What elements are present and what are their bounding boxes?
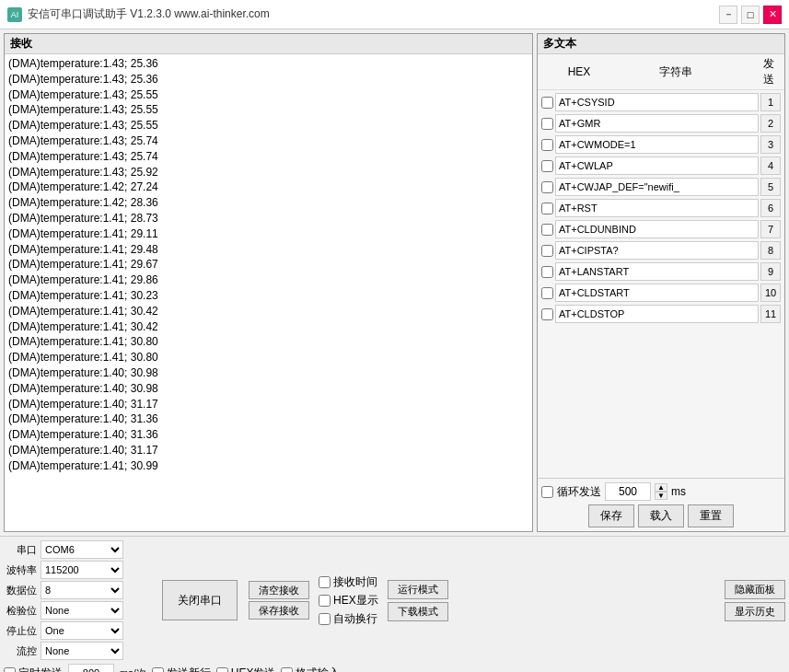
bottom-row2: 定时发送 800 ms/次 发送新行 HEX发送 格式输入 [4, 664, 785, 672]
loop-decrement[interactable]: ▼ [655, 492, 667, 500]
multi-cmd-input-8[interactable] [555, 241, 759, 260]
minimize-button[interactable]: － [719, 6, 737, 24]
reset-multi-button[interactable]: 重置 [688, 504, 734, 527]
app-icon: AI [7, 7, 22, 22]
close-button[interactable]: ✕ [763, 6, 782, 24]
multi-cmd-input-10[interactable] [555, 284, 759, 302]
title-controls: － □ ✕ [719, 6, 782, 24]
multi-row: 6 [540, 198, 783, 218]
auto-newline-label: 自动换行 [333, 611, 377, 627]
recv-time-checkbox[interactable] [319, 576, 331, 588]
multi-row-checkbox-9[interactable] [541, 266, 553, 278]
multi-row-checkbox-5[interactable] [541, 181, 553, 193]
multi-cmd-input-2[interactable] [555, 114, 759, 133]
multi-row-checkbox-3[interactable] [541, 139, 553, 151]
multi-send-num-6[interactable]: 6 [760, 199, 781, 217]
hex-display-checkbox[interactable] [319, 595, 331, 607]
receive-panel: 接收 (DMA)temperature:1.43; 25.36(DMA)temp… [4, 33, 533, 532]
multi-row: 8 [540, 240, 783, 261]
maximize-button[interactable]: □ [741, 6, 760, 24]
multi-send-num-8[interactable]: 8 [760, 241, 781, 260]
multi-row-checkbox-8[interactable] [541, 245, 553, 257]
hex-send-checkbox[interactable] [216, 667, 228, 673]
multi-cmd-input-3[interactable] [555, 135, 759, 154]
save-multi-button[interactable]: 保存 [588, 504, 634, 527]
multi-send-num-1[interactable]: 1 [760, 93, 781, 111]
multi-send-num-3[interactable]: 3 [760, 135, 781, 154]
footer-buttons: 保存 载入 重置 [541, 504, 781, 527]
stopbits-label: 停止位 [4, 624, 37, 638]
show-history-button[interactable]: 显示历史 [725, 602, 785, 621]
newline-checkbox[interactable] [152, 667, 164, 673]
bottom-panel: 串口 COM1COM2COM3COM4COM5COM6 波特率 96001920… [0, 536, 789, 672]
parity-label: 检验位 [4, 604, 37, 618]
multi-send-num-4[interactable]: 4 [760, 156, 781, 175]
hide-panel-button[interactable]: 隐藏面板 [725, 580, 785, 599]
port-select[interactable]: COM1COM2COM3COM4COM5COM6 [41, 540, 123, 559]
open-port-button[interactable]: 关闭串口 [162, 580, 238, 620]
multi-row-checkbox-7[interactable] [541, 224, 553, 236]
multi-send-num-11[interactable]: 11 [760, 305, 781, 323]
newline-label: 发送新行 [167, 666, 211, 673]
multi-cmd-input-6[interactable] [555, 199, 759, 217]
loop-interval-input[interactable]: 500 [605, 482, 651, 501]
timed-send-label: 定时发送 [18, 666, 63, 673]
charstr-col-label: 字符串 [597, 64, 755, 80]
loop-ms-label: ms [671, 485, 686, 498]
multi-row-checkbox-1[interactable] [541, 97, 553, 109]
multi-send-num-10[interactable]: 10 [760, 284, 781, 302]
baud-label: 波特率 [4, 563, 37, 577]
clear-recv-button[interactable]: 清空接收 [249, 581, 309, 599]
parity-select[interactable]: NoneEvenOdd [41, 601, 123, 620]
multi-row-checkbox-10[interactable] [541, 287, 553, 299]
title-bar: AI 安信可串口调试助手 V1.2.3.0 www.ai-thinker.com… [0, 0, 789, 29]
port-section: 串口 COM1COM2COM3COM4COM5COM6 波特率 96001920… [4, 540, 151, 660]
multi-row-checkbox-6[interactable] [541, 203, 553, 214]
mode-buttons: 运行模式 下载模式 [388, 580, 448, 621]
multi-row-checkbox-4[interactable] [541, 160, 553, 172]
timed-send-checkbox[interactable] [4, 667, 16, 673]
multi-row-checkbox-2[interactable] [541, 118, 553, 130]
baud-row: 波特率 9600192003840057600115200230400 [4, 561, 151, 579]
hex-display-label: HEX显示 [333, 593, 378, 608]
load-multi-button[interactable]: 载入 [638, 504, 684, 527]
receive-content[interactable]: (DMA)temperature:1.43; 25.36(DMA)tempera… [5, 54, 532, 531]
recv-time-label: 接收时间 [333, 574, 377, 590]
auto-newline-row: 自动换行 [319, 611, 378, 627]
baud-select[interactable]: 9600192003840057600115200230400 [41, 561, 123, 579]
main-container: 接收 (DMA)temperature:1.43; 25.36(DMA)temp… [0, 29, 789, 536]
multi-cmd-input-7[interactable] [555, 220, 759, 238]
format-checkbox[interactable] [281, 667, 293, 673]
loop-checkbox[interactable] [541, 486, 553, 498]
multi-cmd-input-9[interactable] [555, 262, 759, 281]
multi-send-num-9[interactable]: 9 [760, 262, 781, 281]
multi-row: 1 [540, 92, 783, 112]
multi-row: 2 [540, 113, 783, 133]
multi-row: 11 [540, 304, 783, 324]
run-mode-button[interactable]: 运行模式 [388, 580, 448, 599]
hex-send-option: HEX发送 [216, 666, 276, 673]
databits-select[interactable]: 5678 [41, 581, 123, 599]
flow-label: 流控 [4, 644, 37, 658]
multi-send-num-5[interactable]: 5 [760, 178, 781, 196]
multi-row: 10 [540, 283, 783, 303]
multi-row-checkbox-11[interactable] [541, 308, 553, 320]
multi-send-num-2[interactable]: 2 [760, 114, 781, 133]
save-recv-button[interactable]: 保存接收 [249, 601, 309, 620]
download-mode-button[interactable]: 下载模式 [388, 602, 448, 621]
multi-send-num-7[interactable]: 7 [760, 220, 781, 238]
multi-cmd-input-5[interactable] [555, 178, 759, 196]
multi-title: 多文本 [543, 36, 576, 52]
multi-cmd-input-11[interactable] [555, 305, 759, 323]
stopbits-select[interactable]: OneTwo [41, 621, 123, 640]
app-title: 安信可串口调试助手 V1.2.3.0 www.ai-thinker.com [28, 6, 270, 22]
timed-interval-input[interactable]: 800 [68, 664, 114, 672]
port-row: 串口 COM1COM2COM3COM4COM5COM6 [4, 540, 151, 559]
multi-cmd-input-1[interactable] [555, 93, 759, 111]
multi-cmd-input-4[interactable] [555, 156, 759, 175]
newline-option: 发送新行 [152, 666, 211, 673]
loop-increment[interactable]: ▲ [655, 483, 667, 492]
send-col-label: 发送 [759, 56, 779, 87]
auto-newline-checkbox[interactable] [319, 613, 331, 625]
flow-select[interactable]: NoneRTS/CTSXON/XOFF [41, 642, 123, 660]
